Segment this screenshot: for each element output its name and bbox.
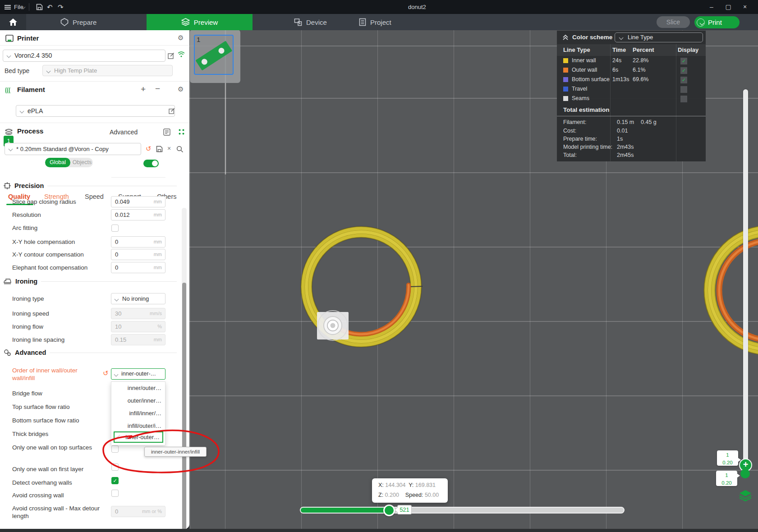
xy-hole-input[interactable]: 0mm [111,236,165,248]
reset-preset-icon[interactable]: ↺ [146,145,152,153]
arc-fitting-checkbox[interactable] [111,225,119,232]
tab-prepare[interactable]: Prepare [54,14,103,30]
home-button[interactable] [0,14,26,30]
process-scope-toggle[interactable]: Global Objects [45,158,93,167]
legend-row-inner-wall: Inner wall24s 22.8% [557,56,706,66]
one-wall-top-checkbox[interactable] [111,445,119,453]
estimation-row: Filament:0.15 m0.45 g [557,119,706,127]
list-settings-icon[interactable] [163,128,170,136]
dropdown-option[interactable]: infill/outer/i… [111,420,165,432]
display-checkbox[interactable] [680,67,687,74]
display-checkbox[interactable] [680,96,687,102]
param-label: Ironing speed [12,308,49,319]
timeline-slider-thumb[interactable] [383,504,395,516]
menu-icon[interactable] [5,5,11,9]
donut-toolpath-right [704,225,758,355]
ironing-spacing-input[interactable]: 0.15mm [111,334,165,345]
print-button[interactable]: Print [694,16,740,28]
compare-presets-icon[interactable] [178,128,185,135]
timeline-slider-track[interactable] [301,508,624,513]
color-scheme-panel: Color scheme Line Type Line Type Time Pe… [557,31,706,161]
tab-device[interactable]: Device [288,14,333,30]
undo-icon[interactable]: ↶ [47,3,53,11]
param-label: Ironing flow [12,321,43,332]
scrollbar-thumb[interactable] [182,283,186,532]
ironing-flow-input[interactable]: 10% [111,321,165,332]
color-scheme-select[interactable]: Line Type [615,32,703,42]
filament-icon [5,87,13,94]
filament-select[interactable]: ePLA [16,105,175,117]
order-wall-select[interactable]: inner-outer-… [111,368,165,380]
tab-preview[interactable]: Preview [147,14,253,30]
detect-overhang-checkbox[interactable] [111,477,119,484]
minimize-button[interactable]: – [706,0,717,14]
avoid-crossing-checkbox[interactable] [111,490,119,497]
scope-objects[interactable]: Objects [71,158,93,167]
edit-printer-icon[interactable] [168,52,175,59]
timeline-value-badge: 521 [397,505,412,514]
scope-global[interactable]: Global [45,158,70,167]
seams-swatch [563,96,568,101]
redo-icon[interactable]: ↷ [58,3,64,11]
max-detour-input[interactable]: 0mm or % [111,506,165,517]
param-label: Resolution [12,209,41,220]
delete-preset-icon[interactable]: × [167,145,171,152]
param-label: Elephant foot compensation [12,262,87,273]
ironing-type-select[interactable]: No ironing [111,293,165,304]
one-wall-first-layer-checkbox[interactable] [111,463,119,471]
display-checkbox[interactable] [680,86,687,93]
remove-filament-button[interactable]: − [155,84,160,94]
advanced-toggle[interactable] [143,160,159,167]
save-icon[interactable] [36,4,43,10]
slice-gap-input[interactable]: 0.049mm [111,196,165,207]
save-preset-icon[interactable] [156,146,163,152]
plate-thumbnail[interactable]: 1 [190,30,240,83]
preset-select[interactable]: * 0.20mm Standard @Voron - Copy [5,143,141,155]
layer-slider-thumb[interactable] [740,469,750,478]
legend-table-header: Line Type Time Percent Display [557,44,706,56]
print-dropdown-icon[interactable] [697,18,705,27]
dropdown-option-selected[interactable]: ✓ inner-outer… [114,431,163,443]
home-icon [9,18,18,26]
edit-filament-icon[interactable] [169,108,175,114]
legend-row-seams: Seams [557,94,706,104]
tab-speed[interactable]: Speed [85,193,104,200]
layer-slider-track[interactable] [743,89,748,476]
dropdown-option[interactable]: inner/outer… [111,382,165,394]
layers-icon[interactable] [739,489,752,502]
search-icon[interactable] [176,146,184,153]
printer-settings-gear-icon[interactable]: ⚙ [178,34,184,42]
wifi-icon[interactable] [177,51,185,58]
elephant-foot-input[interactable]: 0mm [111,262,165,273]
tab-project[interactable]: Project [353,14,398,30]
precision-icon [4,182,11,189]
legend-row-travel: Travel [557,85,706,94]
maximize-button[interactable]: ▢ [722,0,734,14]
resolution-input[interactable]: 0.012mm [111,209,165,220]
outer-wall-swatch [563,68,568,73]
dropdown-option[interactable]: infill/inner/… [111,407,165,420]
param-label: Bridge flow [12,388,42,399]
reset-order-icon[interactable]: ↺ [103,369,109,377]
add-filament-button[interactable]: + [141,84,146,94]
sidebar-scrollbar[interactable] [182,208,187,532]
slice-button[interactable]: Slice [657,16,690,28]
advanced-section-header: Advanced [4,349,177,356]
xy-contour-input[interactable]: 0mm [111,249,165,260]
dropdown-option[interactable]: outer/inner… [111,394,165,407]
display-checkbox[interactable] [680,58,687,64]
close-button[interactable]: × [739,0,751,14]
printer-select[interactable]: Voron2.4 350 [3,50,165,62]
param-label: Detect overhang walls [12,477,72,488]
bed-type-select[interactable]: High Temp Plate [42,65,173,76]
nozzle-marker [317,311,349,340]
chevron-down-icon [7,54,11,58]
display-checkbox[interactable] [680,77,687,83]
ironing-speed-input[interactable]: 30mm/s [111,308,165,319]
preview-icon [181,18,190,26]
chevron-down-icon [20,109,24,114]
collapse-panel-icon[interactable] [562,34,569,41]
estimation-row: Cost:0.01 [557,128,706,136]
estimation-row: Total:2m45s [557,152,706,160]
filament-settings-gear-icon[interactable]: ⚙ [178,85,184,93]
